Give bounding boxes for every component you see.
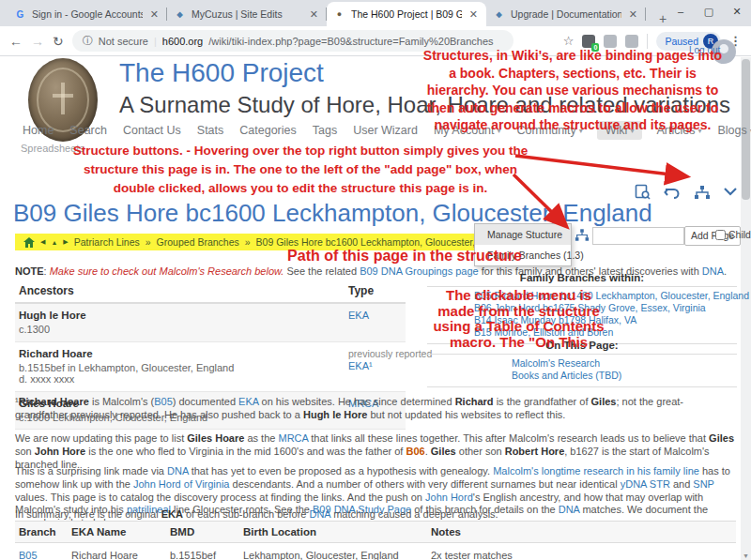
text-segment: John Hore — [35, 446, 85, 457]
tab-mycuzus[interactable]: ◆ MyCuzus | Site Edits ✕ — [167, 2, 327, 26]
close-tab-icon[interactable]: ✕ — [148, 8, 161, 21]
tab-title: The H600 Project | B09 Giles Ho — [351, 8, 462, 20]
structure-icon[interactable] — [694, 185, 711, 200]
add-page-input[interactable] — [592, 227, 684, 245]
breadcrumb-up-icon[interactable]: ▲ — [51, 239, 57, 246]
text-segment: See the related — [284, 265, 360, 277]
text-segment: This is a surprising link made via — [15, 465, 167, 477]
text-segment: We are now updating this page to list — [15, 432, 187, 444]
mycuzus-favicon: ◆ — [174, 8, 186, 21]
breadcrumb-link[interactable]: Patriarch Lines — [74, 236, 140, 248]
forward-icon[interactable]: → — [31, 34, 44, 49]
close-window-icon[interactable]: ✕ — [723, 0, 751, 24]
birth-location-cell: Lekhampton, Gloucester, England — [243, 550, 431, 560]
ancestor-name: Richard Hoare — [19, 348, 348, 360]
reload-icon[interactable]: ↻ — [53, 34, 64, 49]
inline-link[interactable]: yDNA STR — [621, 478, 670, 490]
text-segment: but not updated his websites to reflect … — [367, 409, 565, 420]
text-segment: Robert Hore — [505, 446, 565, 457]
bookmark-star-icon[interactable]: ☆ — [563, 34, 575, 48]
tab-title: MyCuzus | Site Edits — [192, 8, 302, 20]
breadcrumb-next-icon[interactable]: ▶ — [63, 238, 68, 246]
inline-link[interactable]: B05 — [19, 550, 38, 560]
on-this-page-link[interactable]: Books and Articles (TBD) — [512, 370, 737, 382]
maximize-icon[interactable]: ▢ — [695, 0, 723, 24]
inline-link[interactable]: EKA¹ — [348, 360, 373, 371]
nav-item-stats[interactable]: Stats — [197, 124, 224, 137]
child-checkbox[interactable] — [715, 230, 726, 240]
back-icon[interactable]: ← — [9, 34, 23, 49]
tab-tiki-docs[interactable]: ◆ Upgrade | Documentation for Ti ✕ — [486, 2, 646, 26]
text-segment: descendants. And a number of others with… — [229, 478, 620, 490]
edit-structure-icon[interactable] — [575, 228, 590, 246]
table-header-row: Ancestors Type — [15, 280, 406, 304]
on-this-page-link[interactable]: Malcolm's Research — [512, 357, 737, 370]
window-controls: – ▢ ✕ — [667, 0, 751, 24]
extension-icon[interactable] — [604, 35, 617, 48]
extension-icon[interactable]: 0 — [582, 35, 595, 48]
info-icon[interactable]: ⓘ — [83, 34, 93, 48]
text-segment: Richard — [455, 396, 494, 407]
table-row: B05 Richard Hoare b.1515bef Lekhampton, … — [15, 543, 736, 560]
inline-link[interactable]: DNA — [167, 465, 189, 477]
undo-icon[interactable] — [664, 185, 681, 200]
text-segment: is Malcolm's ( — [89, 396, 154, 407]
text-segment: ) documented — [173, 396, 238, 407]
table-row: Hugh le Hore c.1300 EKA — [15, 304, 406, 342]
text-segment: EKA — [161, 508, 183, 520]
nav-item-contact-us[interactable]: Contact Us — [123, 124, 181, 137]
summary-line: In summary, here is the original EKA of … — [15, 508, 736, 522]
inline-link[interactable]: SNP — [693, 478, 713, 490]
inline-link[interactable]: Malcolm's longtime research in his famil… — [493, 465, 699, 477]
tiki-favicon: ◆ — [493, 8, 505, 21]
inline-link[interactable]: B05 — [154, 396, 173, 407]
inline-link[interactable]: John Hord — [425, 492, 473, 503]
inline-link[interactable]: EKA — [238, 396, 258, 407]
column-header: Notes — [431, 526, 732, 537]
text-segment: matching caused a deeper analysis. — [330, 508, 498, 520]
view-source-icon[interactable] — [635, 184, 651, 200]
nav-item-tags[interactable]: Tags — [313, 124, 337, 137]
text-segment: Richard Hoare — [19, 396, 89, 407]
chevron-down-icon[interactable] — [724, 188, 737, 196]
column-header: EKA Name — [71, 526, 170, 537]
text-segment: is the grandfather of — [494, 396, 591, 407]
close-tab-icon[interactable]: ✕ — [308, 8, 320, 21]
inline-link[interactable]: DNA — [309, 508, 330, 520]
text-segment: Giles — [709, 432, 734, 444]
scroll-down-icon[interactable]: ▼ — [741, 552, 751, 559]
url-divider: | — [154, 36, 157, 47]
breadcrumb-link[interactable]: Grouped Branches — [157, 236, 239, 248]
text-segment: Giles — [431, 446, 456, 457]
text-segment: NOTE — [15, 265, 44, 277]
inline-link[interactable]: B06 — [406, 446, 424, 457]
home-icon[interactable] — [23, 237, 35, 248]
minimize-icon[interactable]: – — [667, 0, 695, 24]
table-row: Richard Hoare b.1515bef in Lekhampton, G… — [15, 342, 406, 392]
tab-h600-active[interactable]: ● The H600 Project | B09 Giles Ho ✕ — [327, 2, 486, 26]
column-header: Branch — [19, 526, 71, 537]
summary-table: Branch EKA Name BMD Birth Location Notes… — [15, 521, 736, 560]
text-segment: on his websites. He has since determined — [259, 396, 455, 407]
annotation-clickable-menu: The clickable menu is made from the stru… — [371, 288, 667, 350]
ancestor-name: Hugh le Hore — [19, 310, 348, 322]
branch-cell: B05 — [19, 550, 71, 560]
tab-strip: G Sign in - Google Accounts ✕ ◆ MyCuzus … — [0, 0, 751, 26]
close-tab-icon[interactable]: ✕ — [467, 8, 480, 21]
nav-item-categories[interactable]: Categories — [239, 124, 296, 137]
nav-item-search[interactable]: Search — [69, 124, 107, 137]
type-link: EKA¹ — [348, 360, 402, 372]
menu-item-manage-structure[interactable]: Manage Stucture — [475, 224, 571, 245]
tab-google-signin[interactable]: G Sign in - Google Accounts ✕ — [8, 2, 167, 26]
inline-link[interactable]: EKA — [348, 310, 369, 321]
annotation-structure-buttons: Structure buttons. - Hovering over the t… — [53, 142, 548, 198]
close-tab-icon[interactable]: ✕ — [627, 8, 639, 21]
breadcrumb-prev-icon[interactable]: ◀ — [40, 238, 45, 246]
nav-item-home[interactable]: Home — [23, 124, 54, 137]
breadcrumb-separator: » — [146, 236, 151, 248]
inline-link[interactable]: MRCA — [278, 432, 308, 444]
inline-link[interactable]: John Hord of Virginia — [133, 478, 230, 490]
extension-icon[interactable] — [625, 35, 638, 48]
eka-name-cell: Richard Hoare — [71, 550, 170, 560]
site-title[interactable]: The H600 Project — [119, 58, 324, 88]
